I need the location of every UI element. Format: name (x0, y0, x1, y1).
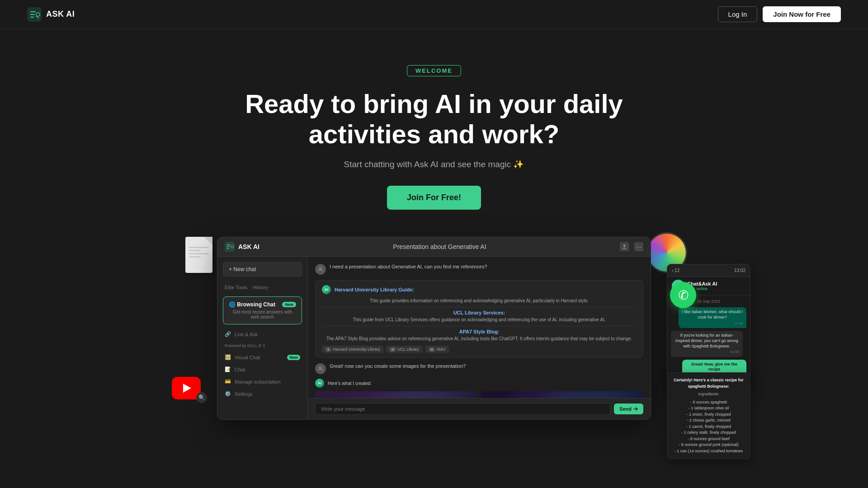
mockup-logo: ASK AI (225, 242, 259, 252)
user-message-2: Great! now can you create some images fo… (315, 363, 643, 374)
mockup-logo-icon (225, 242, 235, 252)
wa-msg-2-time: 11:00 (675, 350, 739, 354)
source-divider (322, 307, 637, 307)
source-block: AI Harvard University Library Guide: Thi… (315, 280, 643, 358)
titlebar-actions: ··· (620, 242, 643, 251)
whatsapp-back-arrow: ‹ 12 (672, 268, 679, 273)
youtube-float: 🔍 (172, 377, 207, 403)
sidebar-browsing-chat[interactable]: 🌐 Browsing Chat New Get most recent answ… (223, 296, 302, 324)
login-button[interactable]: Log In (718, 6, 758, 22)
recipe-ingredients-title: Ingredients: (672, 391, 745, 398)
sidebar-visual-chat[interactable]: 🖼️ Visual Chat New (217, 351, 307, 363)
svg-point-5 (320, 367, 322, 369)
sidebar-section-header: Elite Tools History (217, 282, 307, 293)
chip-2: 2UCL Library (386, 346, 422, 353)
user-message-1: I need a presentation about Generative A… (315, 264, 643, 275)
titlebar-title: Presentation about Generative AI (393, 243, 486, 250)
mockup-area: ASK AI Presentation about Generative AI … (0, 237, 868, 436)
logo-text: ASK AI (46, 9, 75, 19)
whatsapp-float-button[interactable]: ✆ (670, 282, 696, 308)
doc-line-short (189, 250, 201, 251)
sidebar-manage-subscription[interactable]: 💳 Manage subscription (217, 375, 307, 388)
wa-msg-1-time: 11:00 (682, 321, 743, 326)
hero-subtitle: Start chatting with Ask AI and see the m… (344, 159, 524, 169)
sidebar-link-ask[interactable]: 🔗 Link & Ask (217, 328, 307, 340)
wa-msg-2: If you're looking for an Italian-inspire… (671, 331, 746, 357)
sidebar-tool-desc: Get most recent answers with web search (229, 310, 296, 319)
sidebar-settings[interactable]: ⚙️ Settings (217, 388, 307, 400)
user-icon-2 (318, 366, 323, 371)
recipe-lines: - 8 ounces spaghetti - 1 tablespoon oliv… (672, 399, 745, 455)
svg-rect-2 (225, 242, 235, 252)
visual-chat-badge: New (287, 355, 300, 360)
new-badge: New (282, 302, 296, 307)
ai-response-1: AI Harvard University Library Guide: Thi… (315, 280, 643, 358)
chat-input-bar: Send (308, 398, 651, 419)
app-sidebar: + New chat Elite Tools History 🌐 Browsin… (217, 257, 308, 419)
recipe-intro: Certainly! Here's a classic recipe for s… (672, 377, 745, 389)
play-icon (183, 384, 191, 393)
user-message-text-2: Great! now can you create some images fo… (330, 363, 466, 369)
join-now-button[interactable]: Join Now for Free (763, 6, 841, 22)
new-chat-button[interactable]: + New chat (223, 262, 302, 277)
chat-messages: I need a presentation about Generative A… (308, 257, 651, 398)
user-avatar-2 (315, 363, 326, 374)
join-free-button[interactable]: Join For Free! (387, 186, 481, 210)
chip-1: 1Harvard University Library (322, 346, 383, 353)
source-1-text: This guide provides information on refer… (322, 298, 637, 304)
wa-bubble-user-1: I like Italian kitchen, what should I co… (679, 307, 746, 328)
magnify-icon: 🔍 (196, 392, 207, 403)
user-avatar (315, 264, 326, 275)
navbar: ASK AI Log In Join Now for Free (0, 0, 868, 29)
ai-logo-row: AI Harvard University Library Guide: (322, 285, 637, 294)
hero-title: Ready to bring AI in your daily activiti… (231, 89, 637, 149)
nav-actions: Log In Join Now for Free (718, 6, 841, 22)
send-button[interactable]: Send (614, 404, 643, 414)
wa-msg-1: I like Italian kitchen, what should I co… (671, 307, 746, 328)
floating-doc (185, 237, 217, 277)
upload-icon (622, 244, 627, 249)
app-mockup: ASK AI Presentation about Generative AI … (217, 237, 651, 420)
chat-input[interactable] (315, 403, 610, 415)
sidebar-chat[interactable]: 📝 Chat (217, 363, 307, 375)
source-divider-2 (322, 326, 637, 326)
source-2-name: UCL Library Services: (322, 310, 637, 315)
app-titlebar: ASK AI Presentation about Generative AI … (217, 237, 651, 257)
generated-image-2 (481, 391, 643, 398)
wa-bubble-ai-1: If you're looking for an Italian-inspire… (671, 331, 743, 357)
doc-line-short-2 (189, 256, 201, 258)
app-body: + New chat Elite Tools History 🌐 Browsin… (217, 257, 651, 419)
ai-logo-2: AI (315, 379, 324, 388)
youtube-container: 🔍 (172, 377, 207, 403)
chip-3: 3AMU (425, 346, 449, 353)
source-3-text: The APA7 Style Blog provides advice on r… (322, 336, 637, 342)
sidebar-dall-e[interactable]: Powered by DALL-E 3 (217, 340, 307, 351)
logo: ASK AI (27, 7, 75, 22)
source-2-text: This guide from UCL Library Services off… (322, 317, 637, 323)
document-icon (185, 237, 212, 273)
source-chips: 1Harvard University Library 2UCL Library… (322, 346, 637, 353)
ai-image-reply: Here's what I created: (328, 381, 372, 386)
whatsapp-icon: ✆ (678, 288, 689, 303)
recipe-response: Certainly! Here's a classic recipe for s… (667, 372, 750, 459)
chat-area: I need a presentation about Generative A… (308, 257, 651, 419)
sidebar-tool-title: 🌐 Browsing Chat New (229, 301, 296, 308)
doc-line-2 (189, 253, 209, 254)
source-1-name: Harvard University Library Guide: (335, 287, 414, 292)
hero-section: WELCOME Ready to bring AI in your daily … (0, 29, 868, 445)
logo-icon (27, 7, 42, 22)
ai-image-response: AI Here's what I created: (315, 379, 643, 398)
ai-logo-circle: AI (322, 285, 331, 294)
titlebar-more-btn[interactable]: ··· (634, 242, 643, 251)
send-icon (633, 407, 638, 411)
doc-line (189, 247, 209, 248)
svg-point-4 (320, 267, 322, 270)
whatsapp-time: 13:02 (734, 268, 745, 273)
titlebar-upload-btn[interactable] (620, 242, 629, 251)
whatsapp-header: ‹ 12 13:02 (667, 264, 750, 277)
user-message-text-1: I need a presentation about Generative A… (330, 264, 487, 269)
generated-images-grid (315, 391, 643, 398)
source-3-name: APA7 Style Blog: (322, 329, 637, 334)
generated-image-1 (315, 391, 478, 398)
user-icon (318, 267, 323, 272)
